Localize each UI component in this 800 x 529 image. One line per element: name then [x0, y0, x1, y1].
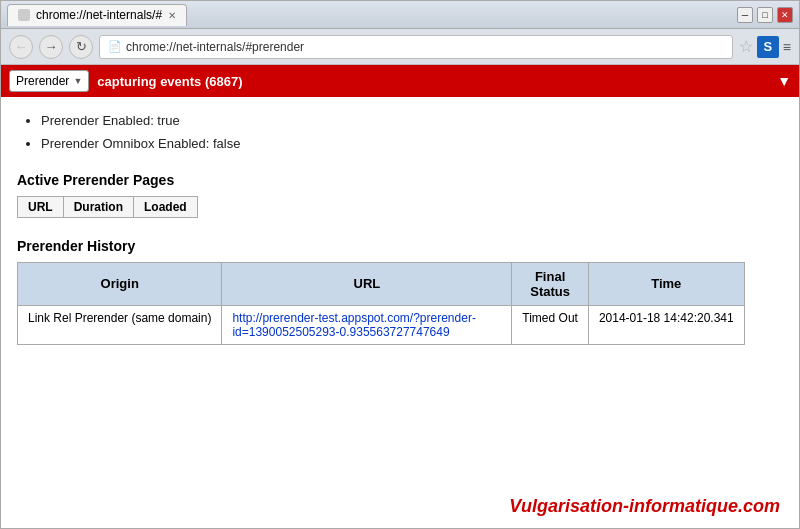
- prerender-dropdown[interactable]: Prerender ▼: [9, 70, 89, 92]
- main-content: Prerender Enabled: true Prerender Omnibo…: [1, 97, 799, 528]
- reload-button[interactable]: ↻: [69, 35, 93, 59]
- info-item-2: Prerender Omnibox Enabled: false: [41, 132, 783, 155]
- active-col-url: URL: [18, 196, 64, 217]
- maximize-button[interactable]: □: [757, 7, 773, 23]
- history-col-url: URL: [222, 262, 512, 305]
- skype-icon[interactable]: S: [757, 36, 779, 58]
- menu-icon[interactable]: ≡: [783, 39, 791, 55]
- forward-button[interactable]: →: [39, 35, 63, 59]
- toolbar-status: capturing events (6867): [97, 74, 769, 89]
- tab-close-button[interactable]: ✕: [168, 10, 176, 21]
- history-origin-cell: Link Rel Prerender (same domain): [18, 305, 222, 344]
- forward-icon: →: [45, 39, 58, 54]
- toolbar-expand-icon[interactable]: ▼: [777, 73, 791, 89]
- tabs-area: chrome://net-internals/# ✕: [7, 4, 187, 26]
- history-col-time: Time: [588, 262, 744, 305]
- info-list: Prerender Enabled: true Prerender Omnibo…: [17, 109, 783, 156]
- dropdown-label: Prerender: [16, 74, 69, 88]
- window-controls: ─ □ ✕: [737, 7, 793, 23]
- reload-icon: ↻: [76, 39, 87, 54]
- address-bar[interactable]: 📄 chrome://net-internals/#prerender: [99, 35, 733, 59]
- nav-right-icons: ☆ S ≡: [739, 36, 791, 58]
- active-prerender-table: URL Duration Loaded: [17, 196, 198, 218]
- browser-tab[interactable]: chrome://net-internals/# ✕: [7, 4, 187, 26]
- tab-favicon: [18, 9, 30, 21]
- url-text: chrome://net-internals/#prerender: [126, 40, 304, 54]
- active-col-loaded: Loaded: [134, 196, 198, 217]
- history-col-final-status: FinalStatus: [512, 262, 589, 305]
- table-row: Link Rel Prerender (same domain)http://p…: [18, 305, 745, 344]
- active-col-duration: Duration: [63, 196, 133, 217]
- history-table: Origin URL FinalStatus Time Link Rel Pre…: [17, 262, 745, 345]
- history-time-cell: 2014-01-18 14:42:20.341: [588, 305, 744, 344]
- info-item-1: Prerender Enabled: true: [41, 109, 783, 132]
- history-url-link[interactable]: http://prerender-test.appspot.com/?prere…: [232, 311, 475, 339]
- red-toolbar: Prerender ▼ capturing events (6867) ▼: [1, 65, 799, 97]
- back-icon: ←: [15, 39, 28, 54]
- navigation-bar: ← → ↻ 📄 chrome://net-internals/#prerende…: [1, 29, 799, 65]
- active-prerender-title: Active Prerender Pages: [17, 172, 783, 188]
- tab-label: chrome://net-internals/#: [36, 8, 162, 22]
- history-status-cell: Timed Out: [512, 305, 589, 344]
- bookmark-star-icon[interactable]: ☆: [739, 37, 753, 56]
- minimize-button[interactable]: ─: [737, 7, 753, 23]
- history-url-cell: http://prerender-test.appspot.com/?prere…: [222, 305, 512, 344]
- browser-window: chrome://net-internals/# ✕ ─ □ ✕ ← → ↻ 📄…: [0, 0, 800, 529]
- dropdown-arrow-icon: ▼: [73, 76, 82, 86]
- back-button[interactable]: ←: [9, 35, 33, 59]
- title-bar: chrome://net-internals/# ✕ ─ □ ✕: [1, 1, 799, 29]
- history-col-origin: Origin: [18, 262, 222, 305]
- page-icon: 📄: [108, 40, 122, 53]
- close-button[interactable]: ✕: [777, 7, 793, 23]
- history-title: Prerender History: [17, 238, 783, 254]
